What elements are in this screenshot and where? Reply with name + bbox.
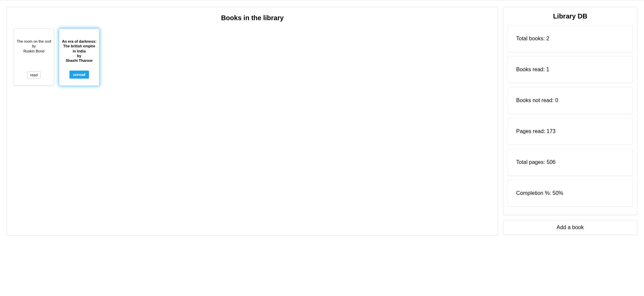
sidebar-title: Library DB [507, 12, 633, 20]
stat-completion: Completion %: 50% [507, 180, 633, 207]
read-status-button[interactable]: unread [69, 71, 89, 79]
add-book-button[interactable]: Add a book [503, 220, 637, 235]
book-info: An era of darkness: The british empire i… [61, 39, 97, 63]
stat-total-pages: Total pages: 506 [507, 149, 633, 176]
stats-panel: Library DB Total books: 2 Books read: 1 … [503, 7, 637, 215]
book-by-label: by [17, 44, 51, 48]
book-by-label: by [61, 53, 97, 58]
book-author: Ruskin Bond [17, 49, 51, 53]
sidebar: Library DB Total books: 2 Books read: 1 … [503, 7, 637, 236]
library-title: Books in the library [14, 14, 491, 22]
stat-pages-read: Pages read: 173 [507, 118, 633, 145]
book-card[interactable]: The room on the roof by Ruskin Bond read [14, 29, 54, 86]
app-container: Books in the library The room on the roo… [0, 0, 644, 242]
read-status-button[interactable]: read [27, 71, 41, 79]
stat-total-books: Total books: 2 [507, 25, 633, 52]
book-title: The room on the roof [17, 39, 51, 44]
stat-books-unread: Books not read: 0 [507, 87, 633, 114]
book-card[interactable]: An era of darkness: The british empire i… [59, 29, 99, 86]
book-info: The room on the roof by Ruskin Bond [17, 39, 51, 53]
books-row: The room on the roof by Ruskin Bond read… [14, 29, 491, 86]
library-panel: Books in the library The room on the roo… [7, 7, 498, 236]
book-author: Shashi Tharoor [61, 58, 97, 63]
book-title: An era of darkness: The british empire i… [61, 39, 97, 53]
stat-books-read: Books read: 1 [507, 56, 633, 83]
